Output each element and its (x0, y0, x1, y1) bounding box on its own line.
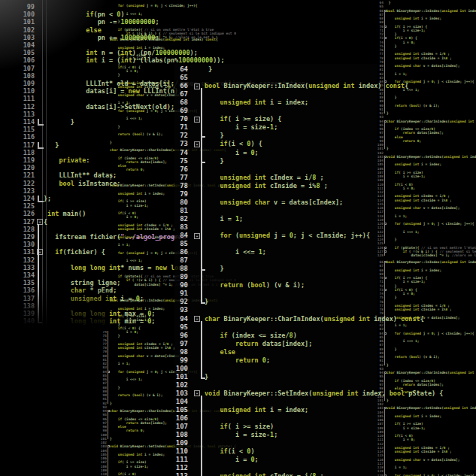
fold-marker-icon[interactable]: - (194, 316, 200, 322)
line-number: 110 (174, 447, 188, 456)
code-text: return datas[index]; (235, 340, 312, 348)
code-line: 141 (0, 325, 110, 332)
line-number: 94 (174, 315, 188, 323)
code-text: datas[i] = new LLLInt(n); (86, 87, 182, 95)
line-number: 140 (0, 317, 35, 325)
fold-marker-icon[interactable]: - (194, 233, 200, 239)
line-number: 121 (0, 171, 35, 179)
code-line: 103pn += 100000000; (0, 34, 110, 41)
line-number: 96 (174, 332, 188, 340)
line-number: 102 (174, 381, 188, 390)
line-number: 104 (174, 398, 188, 406)
line-number: 122 (0, 180, 35, 187)
line-number: 109 (0, 80, 35, 87)
line-number: 89 (174, 273, 188, 281)
code-line: 110datas[i] = new LLLInt(n); (0, 87, 110, 95)
line-number: 92 (174, 298, 188, 306)
line-number: 137 (0, 295, 35, 302)
code-line: 132 (0, 256, 110, 264)
line-number: 73 (174, 140, 188, 148)
code-line: 105int n = (int) (pn/100000000); (0, 49, 110, 56)
line-number: 101 (174, 373, 188, 381)
line-number: 93 (174, 306, 188, 314)
fold-extent-line (384, 27, 387, 35)
code-text: bool isInstance; (59, 180, 120, 187)
editor-pane-right-tiny[interactable]: 64}6566bool BinaryKeeper::InIndex(unsign… (374, 0, 476, 476)
fold-marker-icon[interactable]: - (194, 390, 200, 396)
editor-pane-left[interactable]: 99100if(pn < 0)101pn -= 100000000;102els… (0, 0, 110, 329)
line-number: 136 (0, 287, 35, 294)
code-text: unsigned char v = datas[cIndex]; (220, 199, 343, 207)
code-text: } (220, 132, 223, 140)
line-number: 111 (174, 456, 188, 464)
line-number: 120 (0, 164, 35, 171)
code-text: return (bool) (v & i); (220, 281, 305, 290)
line-number: 107 (0, 65, 35, 72)
fold-extent-line (201, 121, 205, 138)
line-number: 116 (0, 133, 35, 141)
fold-extent-line (384, 248, 387, 256)
fold-marker-icon[interactable]: - (194, 117, 200, 123)
code-text: unsigned int cIndex = i/8 ; (220, 174, 323, 182)
line-number: 66 (174, 82, 188, 90)
code-line: 102 (174, 381, 377, 390)
line-number: 70 (174, 115, 188, 123)
fold-extent-line (384, 122, 387, 150)
code-text: } (220, 265, 223, 273)
code-text: } (208, 65, 212, 74)
code-line: 120for (unsigned j = 0; j < cInside; j++… (374, 474, 476, 476)
code-text: void BinaryKeeper::SetIndex(unsigned int… (205, 390, 443, 398)
editor-pane-main[interactable]: 64}6566bool BinaryKeeper::InIndex(unsign… (174, 64, 377, 476)
line-number: 67 (174, 90, 188, 99)
code-text: i = 0; (235, 149, 259, 157)
code-line: 123 (0, 187, 110, 195)
code-text: long long int* nums = new long (71, 264, 186, 271)
line-number: 88 (174, 265, 188, 273)
fold-extent-line (108, 411, 110, 439)
line-number: 134 (0, 271, 35, 279)
line-number: 130 (0, 241, 35, 248)
line-number: 82 (174, 215, 188, 223)
code-line: 107 (0, 65, 110, 72)
line-number: 115 (0, 126, 35, 133)
line-number: 77 (174, 174, 188, 182)
code-line: 114} (0, 118, 110, 126)
code-line: 111 (0, 95, 110, 102)
code-line: 101pn -= 100000000; (0, 18, 110, 26)
line-number: 135 (0, 279, 35, 287)
line-number: 101 (0, 18, 35, 26)
line-number: 83 (174, 223, 188, 232)
line-number: 91 (174, 290, 188, 298)
code-text: if (index <= size/8) (220, 332, 296, 340)
line-number: 113 (174, 472, 188, 476)
line-number: 118 (0, 149, 35, 156)
line-number: 108 (174, 431, 188, 439)
line-number: 99 (0, 3, 35, 11)
code-text: }; (44, 195, 51, 202)
code-text: long long int min = 0; (71, 317, 156, 325)
code-text: if(i < 0) (118, 472, 136, 476)
line-number: 133 (0, 264, 35, 271)
fold-marker-icon[interactable]: - (194, 141, 200, 147)
line-number: 103 (0, 34, 35, 41)
fold-extent-line (384, 157, 387, 244)
line-number: 138 (0, 302, 35, 310)
code-line: 128datas[cIndex] ^= i; //alors on le met… (374, 253, 476, 257)
code-text: unsigned int i = 0; (71, 295, 144, 302)
fold-marker-icon[interactable]: - (194, 83, 200, 89)
line-number: 104 (0, 41, 35, 49)
fold-corner-mark (38, 142, 44, 149)
code-line: 130 (0, 241, 110, 248)
code-text: i <<= 1; (235, 248, 266, 256)
fold-extent-line (384, 278, 387, 287)
line-number: 110 (95, 472, 107, 476)
screenshot-stage: 64}6566bool BinaryKeeper::InIndex(unsign… (0, 0, 476, 476)
code-text: { (44, 218, 47, 226)
code-text: } (71, 118, 74, 126)
line-number: 65 (174, 74, 188, 82)
code-text: i = 1; (220, 215, 243, 223)
line-number: 117 (0, 141, 35, 149)
code-text: i = 0; (235, 456, 259, 464)
line-number: 107 (174, 423, 188, 431)
code-line: 135string ligne; (0, 279, 110, 287)
